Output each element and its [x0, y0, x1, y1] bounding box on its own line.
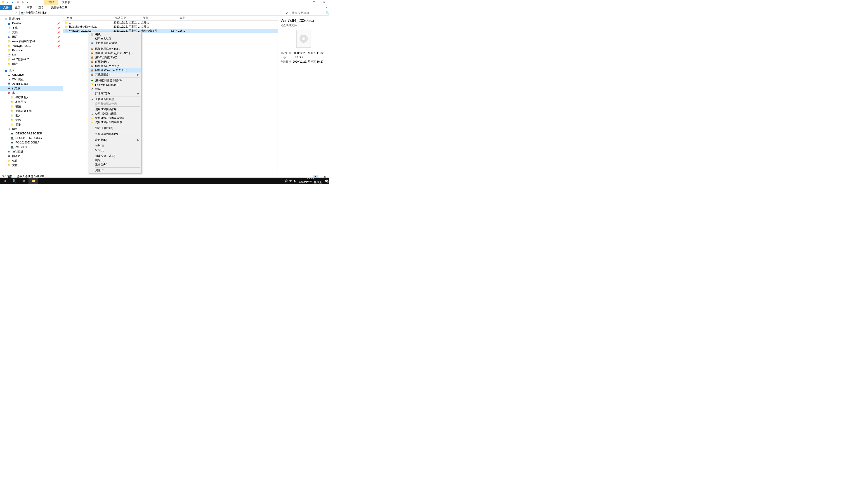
tree-control-panel[interactable]: ⚙控制面板	[0, 149, 63, 154]
ctx-youdao[interactable]: ▣上传到有道云笔记	[89, 41, 141, 45]
start-button[interactable]: ⊞	[0, 177, 9, 184]
ctx-add-archive[interactable]: 📦添加到压缩文件(A)...	[89, 47, 141, 51]
down-icon[interactable]: ▾	[6, 0, 10, 4]
breadcrumb-drive[interactable]: 文档 (E:)	[35, 11, 46, 15]
ctx-360-menu[interactable]: ●使用 360管理右键菜单	[89, 120, 141, 125]
ctx-shortcut[interactable]: 创建快捷方式(S)	[89, 154, 141, 158]
tree-item[interactable]: 📁保存的图片	[0, 95, 63, 100]
col-date[interactable]: 修改日期	[114, 16, 141, 20]
ctx-delete[interactable]: 删除(D)	[89, 158, 141, 162]
tree-item[interactable]: ☁OneDrive	[0, 72, 63, 77]
tree-item[interactable]: 💻DESKTOP-LSSOEDP	[0, 131, 63, 136]
table-row[interactable]: 📁 BaiduNetdiskDownload 2020/12/25, 星期五 1…	[63, 25, 278, 29]
tree-item[interactable]: 📁软件	[0, 158, 63, 163]
chevron-right-icon[interactable]: ›	[46, 11, 47, 14]
ctx-notepad[interactable]: 📝Edit with Notepad++	[89, 83, 141, 87]
network-icon[interactable]: 🖧	[293, 180, 296, 183]
tab-file[interactable]: 文件	[0, 5, 12, 10]
help-icon[interactable]: ?	[324, 5, 329, 10]
close-button[interactable]: ✕	[319, 0, 329, 5]
tree-item[interactable]: 📁excel表格制作求和📌	[0, 39, 63, 43]
tree-item[interactable]: 📁文档	[0, 118, 63, 122]
tree-recycle[interactable]: 🗑回收站	[0, 154, 63, 158]
tree-item[interactable]: 👤Administrator	[0, 82, 63, 86]
chevron-down-icon[interactable]: ˅	[281, 12, 282, 14]
col-size[interactable]: 大小	[164, 16, 187, 20]
ctx-baidu[interactable]: ☁上传到百度网盘	[89, 97, 141, 101]
search-icon[interactable]: 🔍	[326, 11, 329, 14]
ctx-add-zip[interactable]: 📦添加到 "Win7x64_2020.zip" (T)	[89, 51, 141, 55]
tree-item[interactable]: 💻DESKTOP-NJEU3CG	[0, 136, 63, 140]
ctx-browse[interactable]: ◆用 蜂蜜浏览器 浏览(3)	[89, 78, 141, 83]
ctx-360-unlock[interactable]: 🛡使用 360解除占用	[89, 107, 141, 111]
ctx-properties[interactable]: 属性(R)	[89, 168, 141, 173]
tree-desktop[interactable]: ▅桌面	[0, 68, 63, 72]
tree-item[interactable]: 📁天翼云盘下载	[0, 109, 63, 113]
task-view-button[interactable]: ⧉	[19, 177, 29, 184]
chevron-right-icon[interactable]: ›	[24, 11, 25, 14]
tree-item[interactable]: ⬇下载📌	[0, 26, 63, 30]
explorer-button[interactable]: 📁	[29, 177, 38, 184]
tree-libraries[interactable]: 📚库	[0, 91, 63, 95]
dropdown-icon[interactable]: ▼	[26, 0, 30, 4]
tree-item[interactable]: 🖼图片📌	[0, 35, 63, 39]
tree-item[interactable]: 📄文档📌	[0, 30, 63, 35]
tree-item[interactable]: 📁图片	[0, 113, 63, 118]
tab-iso-tools[interactable]: 光盘映像工具	[48, 5, 70, 10]
tree-item[interactable]: 📁文件	[0, 163, 63, 167]
search-button[interactable]: 🔍	[9, 177, 19, 184]
tree-item[interactable]: 📁本机照片	[0, 100, 63, 104]
ctx-extract-folder[interactable]: 📦解压到 Win7x64_2020\ (E)	[89, 68, 141, 72]
check-icon[interactable]: ✔	[11, 0, 15, 4]
ctx-copy[interactable]: 复制(C)	[89, 148, 141, 152]
breadcrumb-pc[interactable]: 此电脑	[26, 11, 34, 15]
tree-item[interactable]: 📁YUNQISHI2019📌	[0, 43, 63, 48]
ctx-qq-send[interactable]: 通过QQ发送到	[89, 126, 141, 130]
col-name[interactable]: 名称	[63, 16, 114, 20]
ctx-cut[interactable]: 剪切(T)	[89, 144, 141, 148]
chevron-right-icon[interactable]: ›	[34, 11, 35, 14]
tab-home[interactable]: 主页	[12, 5, 24, 10]
back-button[interactable]: ←	[2, 11, 6, 14]
tree-item[interactable]: 📁视频	[0, 104, 63, 109]
tree-item[interactable]: 📁Bandicam	[0, 48, 63, 53]
ctx-open-360[interactable]: 📦用360压缩打开(Q)	[89, 55, 141, 60]
ime-indicator[interactable]: 中	[289, 179, 292, 183]
recent-dropdown[interactable]: ˅	[12, 12, 14, 14]
ctx-extract-to[interactable]: 📦解压到(F)...	[89, 60, 141, 64]
table-row[interactable]: 📁 1 2020/12/15, 星期二 1... 文件夹	[63, 21, 278, 25]
close-red-icon[interactable]: ✕	[16, 0, 20, 4]
search-box[interactable]: 🔍	[291, 11, 327, 15]
navigation-pane[interactable]: ★快速访问 ▅Desktop📌 ⬇下载📌 📄文档📌 🖼图片📌 📁excel表格制…	[0, 15, 63, 174]
refresh-button[interactable]: ⟳	[284, 11, 289, 15]
tree-item[interactable]: 📁win7重装win7	[0, 57, 63, 62]
tree-item[interactable]: ▅Desktop📌	[0, 21, 63, 26]
tree-quick-access[interactable]: ★快速访问	[0, 17, 63, 21]
redo-icon[interactable]: ↻	[21, 0, 25, 4]
ctx-other-compress[interactable]: 📦其他压缩命令▶	[89, 72, 141, 77]
ctx-extract-here[interactable]: 📦解压到当前文件夹(X)	[89, 64, 141, 68]
tray-overflow-icon[interactable]: ˄	[282, 180, 283, 183]
taskbar-clock[interactable]: 16:32 2020/12/25, 星期五	[298, 178, 323, 184]
ctx-share[interactable]: ↗共享	[89, 87, 141, 91]
breadcrumb[interactable]: 💻 › 此电脑 › 文档 (E:) › ˅	[20, 11, 283, 15]
ctx-send-to[interactable]: 发送到(N)▶	[89, 138, 141, 142]
tab-share[interactable]: 共享	[24, 5, 35, 10]
tree-item[interactable]: 💻ZMT2019	[0, 145, 63, 149]
ctx-open-with[interactable]: 打开方式(H)▶	[89, 91, 141, 96]
tree-item[interactable]: 📁图片	[0, 62, 63, 66]
ctx-burn[interactable]: 刻录光盘映像	[89, 37, 141, 41]
tree-item[interactable]: 📁音乐	[0, 122, 63, 127]
tree-item[interactable]: ☁WPS网盘	[0, 77, 63, 82]
volume-icon[interactable]: 🔊	[285, 180, 288, 183]
ctx-rename[interactable]: 重命名(M)	[89, 162, 141, 167]
ctx-360-scan[interactable]: ●使用 360进行木马云查杀	[89, 116, 141, 120]
minimize-button[interactable]: —	[299, 0, 309, 5]
ctx-mount[interactable]: 💿装载	[89, 32, 141, 37]
tree-item[interactable]: 💾G:\	[0, 53, 63, 57]
up-button[interactable]: ↑	[16, 11, 18, 14]
search-input[interactable]	[292, 11, 326, 14]
ctx-restore[interactable]: 还原以前的版本(V)	[89, 132, 141, 136]
tab-view[interactable]: 查看	[35, 5, 47, 10]
maximize-button[interactable]: ☐	[309, 0, 319, 5]
